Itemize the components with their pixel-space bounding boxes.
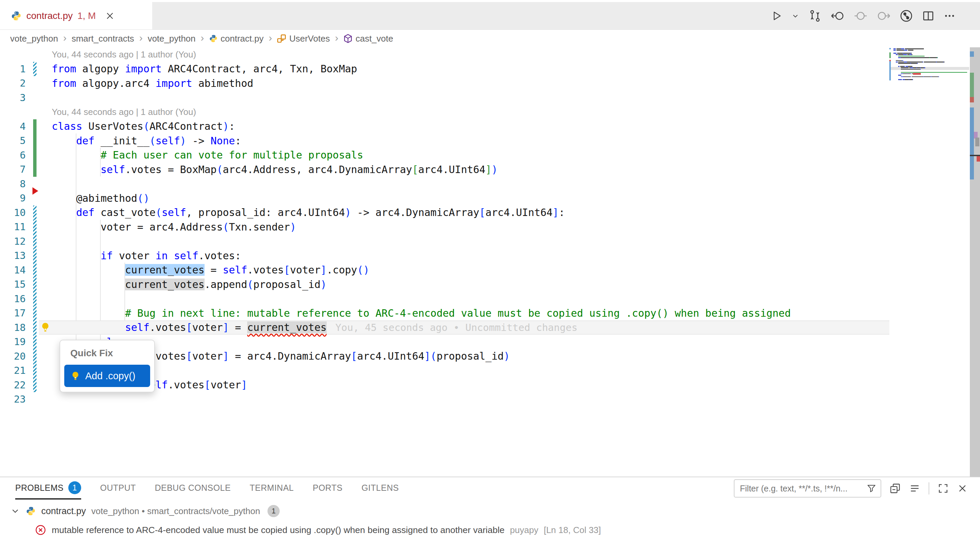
code-line[interactable]: 8 <box>0 177 889 191</box>
line-number[interactable]: 21 <box>0 365 31 376</box>
line-number[interactable]: 14 <box>0 264 31 276</box>
problem-row[interactable]: mutable reference to ARC-4-encoded value… <box>0 521 980 539</box>
minimap[interactable] <box>889 48 969 217</box>
line-number[interactable]: 6 <box>0 149 31 161</box>
code-line[interactable]: 18 self.votes[voter] = current_votesYou,… <box>0 321 889 335</box>
code-line[interactable]: 11 voter = arc4.Address(Txn.sender) <box>0 220 889 234</box>
line-number[interactable]: 13 <box>0 250 31 261</box>
code-line[interactable]: 1from algopy import ARC4Contract, arc4, … <box>0 62 889 76</box>
change-nav-icon[interactable] <box>853 10 868 22</box>
quick-fix-item-label: Add .copy() <box>85 371 135 382</box>
close-tab-icon[interactable] <box>105 11 115 21</box>
line-number[interactable]: 11 <box>0 221 31 233</box>
tab-ports[interactable]: PORTS <box>313 477 342 500</box>
gutter-change-bar <box>31 349 39 364</box>
code-line[interactable]: 6 # Each user can vote for multiple prop… <box>0 148 889 163</box>
tab-debug-console[interactable]: DEBUG CONSOLE <box>155 477 231 500</box>
line-number[interactable]: 4 <box>0 121 31 132</box>
line-number[interactable]: 20 <box>0 351 31 362</box>
code-text: current_votes.append(proposal_id) <box>39 277 889 292</box>
gutter-change-bar <box>31 105 39 119</box>
overview-ruler-scrollbar[interactable] <box>970 47 980 476</box>
collapse-all-icon[interactable] <box>889 483 901 494</box>
view-as-table-icon[interactable] <box>909 483 921 494</box>
problems-file-row[interactable]: contract.py vote_python • smart_contract… <box>0 502 980 521</box>
close-panel-icon[interactable] <box>957 483 968 494</box>
code-line[interactable]: 15 current_votes.append(proposal_id) <box>0 277 889 292</box>
line-number[interactable]: 22 <box>0 379 31 391</box>
minimap-line <box>889 80 969 82</box>
split-editor-icon[interactable] <box>922 10 935 22</box>
line-number[interactable]: 7 <box>0 164 31 175</box>
gutter-change-bar <box>31 321 39 335</box>
tab-contract-py[interactable]: contract.py 1, M <box>0 2 152 29</box>
open-changes-icon[interactable] <box>808 9 822 22</box>
problems-file-path: vote_python • smart_contracts/vote_pytho… <box>91 506 260 517</box>
code-line[interactable]: 5 def __init__(self) -> None: <box>0 133 889 148</box>
breadcrumb-item[interactable]: vote_python <box>10 34 58 44</box>
filter-input[interactable] <box>740 484 864 494</box>
quick-fix-title: Quick Fix <box>64 346 150 365</box>
gutter-change-bar <box>31 205 39 220</box>
line-number[interactable]: 2 <box>0 77 31 89</box>
code-line[interactable]: 10 def cast_vote(self, proposal_id: arc4… <box>0 205 889 220</box>
breadcrumb-item-file[interactable]: contract.py <box>209 34 263 44</box>
code-line[interactable]: 3 <box>0 91 889 105</box>
line-number[interactable]: 3 <box>0 92 31 103</box>
lightbulb-icon[interactable] <box>40 322 51 333</box>
line-number[interactable]: 1 <box>0 63 31 75</box>
breadcrumb-item[interactable]: smart_contracts <box>72 34 134 44</box>
line-number[interactable]: 8 <box>0 178 31 189</box>
code-editor[interactable]: You, 44 seconds ago | 1 author (You)1fro… <box>0 47 980 476</box>
code-line[interactable]: 2from algopy.arc4 import abimethod <box>0 76 889 91</box>
breadcrumb-item-class[interactable]: UserVotes <box>277 34 330 44</box>
tab-gitlens[interactable]: GITLENS <box>361 477 399 500</box>
code-line[interactable]: 13 if voter in self.votes: <box>0 249 889 263</box>
breadcrumb-item[interactable]: vote_python <box>148 34 196 44</box>
code-line[interactable]: 23 <box>0 392 889 407</box>
code-line[interactable]: 9 @abimethod() <box>0 191 889 205</box>
code-line[interactable]: 17 # Bug in next line: mutable reference… <box>0 306 889 321</box>
chevron-down-icon[interactable] <box>791 12 799 20</box>
line-number[interactable]: 5 <box>0 135 31 146</box>
ruler-error-mark <box>977 156 980 162</box>
tab-terminal[interactable]: TERMINAL <box>249 477 294 500</box>
code-line[interactable]: 4class UserVotes(ARC4Contract): <box>0 119 889 134</box>
ruler-deleted-mark <box>970 97 974 103</box>
commit-graph-icon[interactable] <box>900 9 913 22</box>
filter-icon[interactable] <box>866 483 877 494</box>
line-number[interactable]: 12 <box>0 236 31 247</box>
line-number[interactable]: 18 <box>0 322 31 333</box>
line-number[interactable]: 16 <box>0 293 31 305</box>
code-text: return self.votes[voter] <box>39 378 889 392</box>
code-line[interactable]: 7 self.votes = BoxMap(arc4.Address, arc4… <box>0 162 889 177</box>
code-text: def cast_vote(self, proposal_id: arc4.UI… <box>39 205 889 220</box>
panel-tab-label: PROBLEMS <box>15 483 64 493</box>
previous-change-icon[interactable] <box>831 10 845 22</box>
tab-output[interactable]: OUTPUT <box>100 477 136 500</box>
play-icon[interactable] <box>770 10 782 22</box>
deleted-lines-marker[interactable] <box>32 187 38 195</box>
quick-fix-add-copy[interactable]: Add .copy() <box>64 365 150 387</box>
code-line[interactable]: 12 <box>0 234 889 249</box>
line-number[interactable]: 15 <box>0 279 31 290</box>
maximize-panel-icon[interactable] <box>937 483 949 494</box>
code-line[interactable]: 14 current_votes = self.votes[voter].cop… <box>0 263 889 278</box>
file-problems-count-badge: 1 <box>267 505 280 517</box>
next-change-icon[interactable] <box>877 10 891 22</box>
gutter-change-bar <box>31 392 39 407</box>
line-number[interactable]: 17 <box>0 307 31 319</box>
line-number[interactable]: 10 <box>0 207 31 218</box>
line-number[interactable]: 23 <box>0 393 31 405</box>
code-line[interactable]: 16 <box>0 292 889 306</box>
gutter-change-bar <box>31 119 39 134</box>
code-text <box>39 91 889 105</box>
line-number[interactable]: 9 <box>0 192 31 204</box>
tab-problems[interactable]: PROBLEMS 1 <box>15 477 81 500</box>
gutter-change-bar <box>31 76 39 91</box>
chevron-down-icon[interactable] <box>10 506 20 516</box>
gutter-change-bar <box>31 277 39 292</box>
more-actions-icon[interactable] <box>943 10 956 22</box>
line-number[interactable]: 19 <box>0 336 31 348</box>
breadcrumb-item-method[interactable]: cast_vote <box>343 34 393 44</box>
